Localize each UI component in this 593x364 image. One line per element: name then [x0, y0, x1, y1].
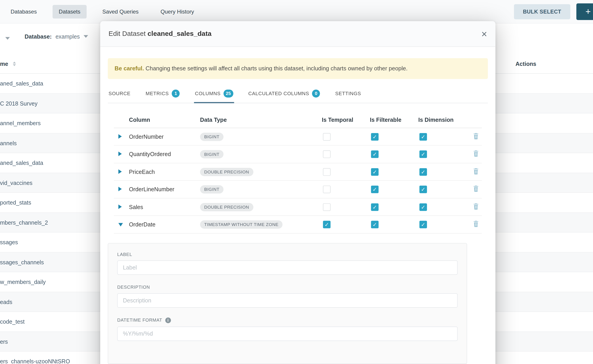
dataset-link[interactable]: ssages_channels: [0, 259, 44, 265]
chevron-down-icon[interactable]: [119, 223, 123, 227]
database-filter-value[interactable]: examples: [55, 33, 80, 39]
nav-item-saved-queries[interactable]: Saved Queries: [96, 5, 145, 18]
trash-icon[interactable]: [473, 203, 479, 209]
database-filter-label: Database:: [25, 33, 52, 39]
datetime-format-input[interactable]: [117, 326, 458, 341]
checkbox-is-dimension-cell: [418, 150, 473, 158]
info-icon[interactable]: i: [165, 318, 171, 323]
tab-label: SOURCE: [109, 91, 130, 96]
datetime-format-field-label: DATETIME FORMAT i: [117, 318, 458, 323]
checkbox-is-filterable-cell: [370, 150, 418, 158]
dataset-link[interactable]: ers: [0, 338, 8, 344]
checkbox-is-dimension-cell: [418, 133, 473, 141]
checkbox-is-dimension[interactable]: [420, 150, 427, 158]
checkbox-is-dimension[interactable]: [420, 168, 427, 176]
dataset-link[interactable]: mbers_channels_2: [0, 219, 48, 226]
checkbox-is-temporal[interactable]: [323, 221, 330, 228]
chevron-right-icon[interactable]: [119, 187, 122, 191]
trash-icon[interactable]: [473, 220, 479, 227]
tab-columns[interactable]: COLUMNS25: [194, 85, 234, 103]
dataset-link[interactable]: vid_vaccines: [0, 180, 33, 186]
tab-source[interactable]: SOURCE: [108, 85, 131, 103]
checkbox-is-temporal[interactable]: [323, 133, 330, 141]
nav-item-query-history[interactable]: Query History: [155, 5, 200, 18]
checkbox-is-filterable[interactable]: [371, 133, 379, 141]
modal-title: Edit Dataset cleaned_sales_data: [109, 30, 211, 38]
checkbox-is-temporal[interactable]: [323, 150, 330, 158]
chevron-right-icon[interactable]: [119, 134, 122, 138]
dataset-link[interactable]: code_test: [0, 318, 25, 325]
checkbox-is-filterable[interactable]: [371, 186, 379, 193]
checkbox-is-dimension[interactable]: [420, 203, 427, 211]
checkbox-is-dimension[interactable]: [420, 186, 427, 193]
checkbox-is-filterable[interactable]: [371, 168, 379, 176]
label-input[interactable]: [117, 260, 458, 275]
checkbox-is-temporal[interactable]: [323, 186, 330, 193]
tab-settings[interactable]: SETTINGS: [334, 85, 362, 103]
caret-cell: [114, 151, 129, 158]
nav-item-datasets[interactable]: Datasets: [53, 5, 87, 18]
close-icon[interactable]: ×: [481, 29, 487, 39]
checkbox-is-filterable[interactable]: [371, 203, 379, 211]
caret-cell: [114, 169, 129, 175]
description-field-label: DESCRIPTION: [117, 285, 458, 290]
add-dataset-button[interactable]: +: [576, 3, 593, 20]
chevron-right-icon[interactable]: [119, 169, 122, 174]
caret-cell: [114, 204, 129, 210]
trash-icon[interactable]: [473, 185, 479, 192]
dataset-link[interactable]: w_members_daily: [0, 279, 46, 285]
dataset-link[interactable]: eads: [0, 299, 13, 305]
tab-count-badge: 1: [172, 90, 180, 98]
topnav-actions: BULK SELECT +: [514, 3, 593, 20]
description-field-group: DESCRIPTION: [117, 285, 458, 308]
column-name: OrderLineNumber: [129, 186, 174, 192]
trash-icon[interactable]: [473, 133, 479, 139]
dataset-link[interactable]: ssages: [0, 239, 18, 245]
checkbox-is-temporal[interactable]: [323, 203, 330, 211]
checkbox-is-filterable[interactable]: [371, 221, 379, 228]
dataset-link[interactable]: ers_channels-uzooNNtSRO: [0, 358, 70, 364]
checkbox-is-temporal-cell: [322, 186, 370, 193]
nav-item-databases[interactable]: Databases: [5, 5, 43, 18]
chevron-right-icon[interactable]: [119, 204, 122, 209]
tab-count-badge: 0: [312, 90, 320, 98]
checkbox-is-temporal[interactable]: [323, 168, 330, 176]
checkbox-is-temporal-cell: [322, 150, 370, 158]
checkbox-is-dimension[interactable]: [420, 221, 427, 228]
sort-icon[interactable]: [13, 62, 16, 66]
tab-metrics[interactable]: METRICS1: [145, 85, 180, 103]
checkbox-is-dimension[interactable]: [420, 133, 427, 141]
delete-cell: [473, 168, 482, 176]
tab-label: COLUMNS: [195, 91, 221, 96]
checkbox-is-dimension-cell: [418, 168, 473, 176]
warning-text: Changing these settings will affect all …: [145, 65, 408, 71]
trash-icon[interactable]: [473, 150, 479, 157]
checkbox-is-filterable[interactable]: [371, 150, 379, 158]
dataset-link[interactable]: C 2018 Survey: [0, 100, 38, 106]
delete-cell: [473, 220, 482, 229]
table-row: SalesDOUBLE PRECISION: [114, 198, 482, 216]
database-filter[interactable]: Database: examples: [25, 33, 88, 39]
dataset-link[interactable]: aned_sales_data: [0, 80, 43, 87]
checkbox-is-filterable-cell: [370, 221, 418, 228]
column-header-column: Column: [129, 116, 200, 123]
chevron-down-icon[interactable]: [5, 37, 10, 40]
tab-calculated-columns[interactable]: CALCULATED COLUMNS0: [248, 85, 321, 103]
name-column-header[interactable]: me: [0, 60, 8, 67]
chevron-right-icon[interactable]: [119, 152, 122, 156]
column-header-is-temporal: Is Temporal: [322, 116, 370, 123]
description-input[interactable]: [117, 293, 458, 308]
checkbox-is-dimension-cell: [418, 186, 473, 193]
dataset-link[interactable]: annels: [0, 140, 17, 146]
column-name: OrderNumber: [129, 133, 164, 140]
data-type-cell: BIGINT: [200, 150, 322, 158]
chevron-down-icon[interactable]: [84, 35, 88, 38]
dataset-link[interactable]: aned_sales_data: [0, 160, 43, 166]
bulk-select-button[interactable]: BULK SELECT: [514, 4, 570, 19]
caret-cell: [114, 221, 129, 228]
dataset-link[interactable]: ported_stats: [0, 199, 31, 206]
trash-icon[interactable]: [473, 168, 479, 174]
column-name-cell: Sales: [129, 204, 200, 210]
column-name-cell: OrderNumber: [129, 133, 200, 140]
dataset-link[interactable]: annel_members: [0, 120, 41, 126]
